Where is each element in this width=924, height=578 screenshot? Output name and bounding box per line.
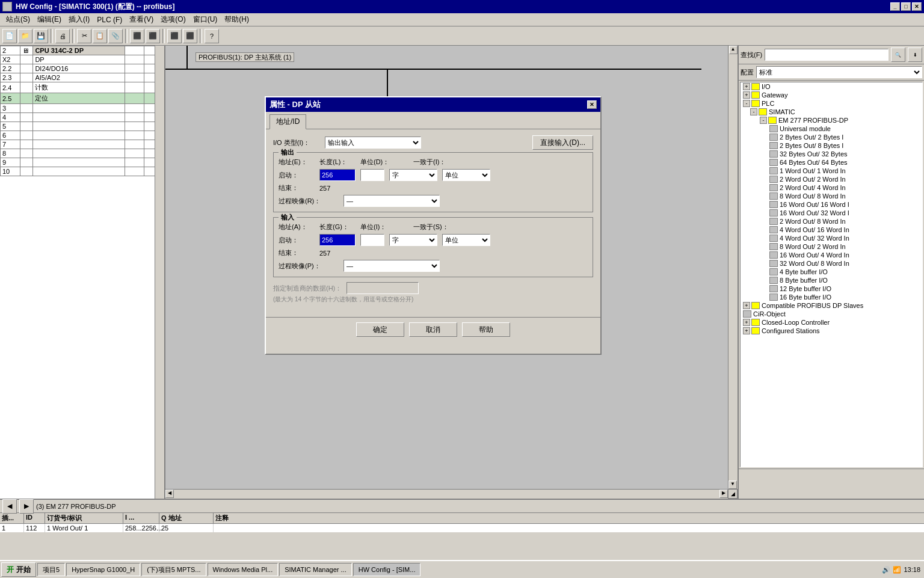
input-consist-header: 一致于(S)： <box>413 223 461 232</box>
modal-close-button[interactable]: ✕ <box>587 100 597 109</box>
output-len-input[interactable] <box>360 169 384 181</box>
vendor-data-input[interactable] <box>346 282 419 294</box>
output-addr-header: 地址(E)： <box>279 158 315 167</box>
output-consist-select[interactable]: 单位 <box>442 169 490 181</box>
input-process-row: 过程映像(P)： — <box>279 260 588 272</box>
modal-content: I/O 类型(I)： 输出输入 直接输入(D)... 输出 地址(E)： 长度(… <box>266 129 600 312</box>
start-button[interactable]: 开开始 <box>1 562 36 577</box>
taskbar-mpts[interactable]: (下)项目5 MPTS... <box>141 563 206 576</box>
input-title: 输入 <box>279 213 297 222</box>
output-start-input[interactable] <box>319 169 356 181</box>
input-process-label: 过程映像(P)： <box>279 262 339 271</box>
input-start-input[interactable] <box>319 234 356 246</box>
input-unit-header: 单位(I)： <box>360 223 408 232</box>
io-type-row: I/O 类型(I)： 输出输入 直接输入(D)... <box>273 135 593 150</box>
modal-tabs: 地址/ID <box>266 112 600 129</box>
input-end-row: 结束： 257 <box>279 248 588 257</box>
input-section: 输入 地址(A)： 长度(G)： 单位(I)： 一致于(S)： 启动： 字 <box>273 217 593 277</box>
tab-address-id[interactable]: 地址/ID <box>270 114 306 129</box>
input-unit-select[interactable]: 字 <box>389 234 437 246</box>
input-process-select[interactable]: — <box>343 260 440 272</box>
output-headers: 地址(E)： 长度(L)： 单位(D)： 一致于(I)： <box>279 158 588 167</box>
output-end-value: 257 <box>319 185 330 192</box>
input-start-row: 启动： 字 单位 <box>279 234 588 246</box>
output-title: 输出 <box>279 148 297 157</box>
taskbar-hypersnap[interactable]: HyperSnap G1000_H <box>66 563 140 576</box>
taskbar: 开开始 项目5 HyperSnap G1000_H (下)项目5 MPTS...… <box>0 560 924 578</box>
output-unit-select[interactable]: 字 <box>389 169 437 181</box>
modal-dialog: 属性 - DP 从站 ✕ 地址/ID I/O 类型(I)： 输出输入 直接输入(… <box>265 96 602 355</box>
taskbar-hwconfig[interactable]: HW Config - [SIM... <box>353 563 421 576</box>
taskbar-project[interactable]: 项目5 <box>37 563 65 576</box>
input-end-label: 结束： <box>279 248 315 257</box>
input-headers: 地址(A)： 长度(G)： 单位(I)： 一致于(S)： <box>279 223 588 232</box>
input-len-input[interactable] <box>360 234 384 246</box>
modal-overlay: 属性 - DP 从站 ✕ 地址/ID I/O 类型(I)： 输出输入 直接输入(… <box>0 0 924 578</box>
input-start-label: 启动： <box>279 236 315 245</box>
output-len-header: 长度(L)： <box>319 158 356 167</box>
output-end-row: 结束： 257 <box>279 183 588 192</box>
vendor-data-label: 指定制造商的数据(H)： <box>273 284 342 293</box>
output-process-select[interactable]: — <box>343 195 440 207</box>
modal-title-text: 属性 - DP 从站 <box>270 99 321 110</box>
io-type-label: I/O 类型(I)： <box>273 138 321 147</box>
output-start-row: 启动： 字 单位 <box>279 169 588 181</box>
modal-title-bar: 属性 - DP 从站 ✕ <box>266 97 600 112</box>
direct-input-button[interactable]: 直接输入(D)... <box>532 135 593 150</box>
input-addr-header: 地址(A)： <box>279 223 315 232</box>
taskbar-clock: 🔊 📶 13:18 <box>882 566 923 574</box>
help-button[interactable]: 帮助 <box>462 322 510 337</box>
vendor-data-row: 指定制造商的数据(H)： <box>273 282 593 294</box>
vendor-data-note: (最大为 14 个字节的十六进制数，用逗号或空格分开) <box>273 295 593 304</box>
taskbar-simatic[interactable]: SIMATIC Manager ... <box>279 563 352 576</box>
taskbar-media[interactable]: Windows Media Pl... <box>208 563 279 576</box>
ok-button[interactable]: 确定 <box>356 322 404 337</box>
input-consist-select[interactable]: 单位 <box>442 234 490 246</box>
input-len-header: 长度(G)： <box>319 223 356 232</box>
cancel-button[interactable]: 取消 <box>409 322 457 337</box>
modal-buttons: 确定 取消 帮助 <box>266 317 600 342</box>
output-section: 输出 地址(E)： 长度(L)： 单位(D)： 一致于(I)： 启动： 字 <box>273 152 593 212</box>
output-process-label: 过程映像(R)： <box>279 197 339 206</box>
vendor-data-section: 指定制造商的数据(H)： (最大为 14 个字节的十六进制数，用逗号或空格分开) <box>273 282 593 304</box>
output-end-label: 结束： <box>279 183 315 192</box>
output-process-row: 过程映像(R)： — <box>279 195 588 207</box>
output-start-label: 启动： <box>279 171 315 180</box>
output-consist-header: 一致于(I)： <box>413 158 461 167</box>
output-unit-header: 单位(D)： <box>360 158 408 167</box>
io-type-select[interactable]: 输出输入 <box>325 137 421 149</box>
input-end-value: 257 <box>319 250 330 257</box>
